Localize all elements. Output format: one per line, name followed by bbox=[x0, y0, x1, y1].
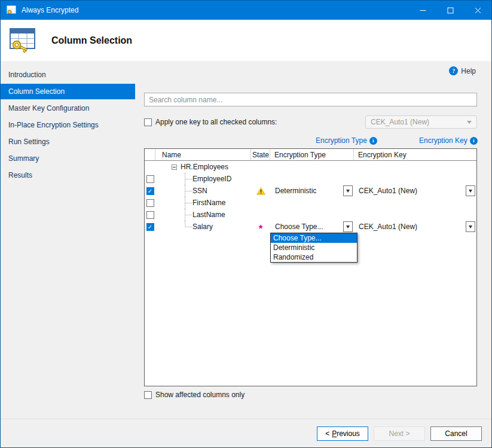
required-asterisk-icon: * bbox=[259, 226, 263, 232]
search-column-input[interactable] bbox=[144, 93, 477, 106]
sidebar-item-column-selection[interactable]: Column Selection bbox=[1, 84, 135, 99]
apply-key-value: CEK_Auto1 (New) bbox=[371, 118, 429, 126]
sidebar-item-introduction[interactable]: Introduction bbox=[1, 67, 135, 83]
encryption-key-dropdown-button[interactable] bbox=[466, 185, 475, 196]
header-state: State bbox=[251, 149, 270, 160]
encryption-type-dropdown-button[interactable] bbox=[343, 185, 353, 196]
window-title: Always Encrypted bbox=[22, 6, 78, 14]
warning-icon bbox=[256, 187, 265, 195]
column-name: FirstName bbox=[192, 199, 225, 207]
encryption-type-dropdown-button[interactable] bbox=[343, 221, 353, 232]
encryption-key-value: CEK_Auto1 (New) bbox=[359, 187, 417, 195]
encryption-type-link-label: Encryption Type bbox=[316, 136, 367, 145]
sidebar-item-run-settings[interactable]: Run Settings bbox=[1, 134, 135, 150]
row-checkbox[interactable] bbox=[146, 187, 154, 195]
encryption-key-dropdown-button[interactable] bbox=[466, 221, 475, 232]
encryption-key-value: CEK_Auto1 (New) bbox=[359, 223, 417, 231]
tree-line bbox=[185, 191, 192, 191]
encryption-key-link[interactable]: Encryption Key i bbox=[419, 136, 478, 145]
header-name: Name bbox=[155, 149, 251, 160]
header-encryption-key: Encryption Key bbox=[354, 149, 476, 160]
close-button[interactable] bbox=[464, 1, 491, 20]
help-icon: ? bbox=[449, 66, 458, 75]
column-selection-icon bbox=[8, 27, 37, 55]
next-button[interactable]: Next > bbox=[374, 426, 425, 441]
tree-line bbox=[185, 203, 192, 203]
tree-line bbox=[185, 179, 192, 179]
encryption-type-link[interactable]: Encryption Type i bbox=[316, 136, 377, 145]
columns-table: Name State Encryption Type Encryption Ke… bbox=[144, 148, 477, 386]
wizard-nav-sidebar: Introduction Column Selection Master Key… bbox=[1, 61, 135, 419]
always-encrypted-window: Always Encrypted bbox=[0, 0, 492, 448]
title-bar: Always Encrypted bbox=[1, 1, 491, 20]
help-link[interactable]: ? Help bbox=[449, 66, 476, 75]
apply-one-key-label: Apply one key to all checked columns: bbox=[155, 118, 277, 126]
header-checkbox-spacer bbox=[145, 149, 155, 160]
dropdown-option-deterministic[interactable]: Deterministic bbox=[271, 243, 357, 252]
maximize-button[interactable] bbox=[436, 1, 464, 20]
show-affected-columns-checkbox[interactable] bbox=[144, 391, 152, 399]
encryption-type-dropdown-menu: Choose Type... Deterministic Randomized bbox=[270, 233, 357, 263]
header-encryption-type: Encryption Type bbox=[270, 149, 354, 160]
dropdown-option-choose-type[interactable]: Choose Type... bbox=[271, 233, 357, 243]
cancel-button[interactable]: Cancel bbox=[430, 426, 482, 441]
info-icon[interactable]: i bbox=[369, 137, 377, 145]
row-checkbox[interactable] bbox=[146, 223, 154, 231]
apply-key-combobox[interactable]: CEK_Auto1 (New) bbox=[365, 115, 477, 129]
sidebar-item-results[interactable]: Results bbox=[1, 167, 135, 183]
app-icon bbox=[7, 5, 17, 15]
table-name: HR.Employees bbox=[181, 163, 228, 171]
table-row-firstname[interactable]: FirstName bbox=[145, 197, 476, 209]
dropdown-option-randomized[interactable]: Randomized bbox=[271, 252, 357, 262]
row-checkbox[interactable] bbox=[146, 175, 154, 183]
encryption-type-value: Deterministic bbox=[275, 187, 316, 195]
collapse-expander-icon[interactable] bbox=[172, 164, 177, 170]
sidebar-item-master-key-configuration[interactable]: Master Key Configuration bbox=[1, 100, 135, 116]
minimize-button[interactable] bbox=[409, 1, 436, 20]
tree-line bbox=[185, 227, 192, 227]
sidebar-item-summary[interactable]: Summary bbox=[1, 151, 135, 166]
column-name: Salary bbox=[192, 223, 213, 231]
page-title: Column Selection bbox=[51, 35, 132, 46]
column-name: LastName bbox=[192, 211, 225, 219]
table-row-group[interactable]: HR.Employees bbox=[145, 161, 476, 173]
table-row-employeeid[interactable]: EmployeeID bbox=[145, 173, 476, 185]
info-icon[interactable]: i bbox=[470, 137, 478, 145]
table-row-lastname[interactable]: LastName bbox=[145, 209, 476, 221]
help-label: Help bbox=[461, 67, 476, 75]
apply-one-key-checkbox[interactable] bbox=[144, 118, 152, 126]
previous-button[interactable]: <Previous bbox=[317, 426, 368, 441]
table-row-ssn[interactable]: SSN Deterministic CEK_ bbox=[145, 185, 476, 197]
tree-line bbox=[185, 215, 192, 215]
chevron-down-icon bbox=[467, 121, 472, 126]
table-row-salary[interactable]: Salary * Choose Type... CEK_Auto1 (New) bbox=[145, 221, 476, 233]
sidebar-item-in-place-encryption-settings[interactable]: In-Place Encryption Settings bbox=[1, 117, 135, 133]
wizard-header: Column Selection bbox=[1, 20, 491, 61]
column-name: SSN bbox=[192, 187, 207, 195]
tree-line bbox=[185, 221, 185, 227]
encryption-key-link-label: Encryption Key bbox=[419, 136, 467, 145]
footer-bar: <Previous Next > Cancel bbox=[1, 419, 491, 447]
show-affected-columns-label: Show affected columns only bbox=[155, 391, 245, 399]
main-content: ? Help Apply one key to all checked colu… bbox=[135, 61, 491, 419]
column-name: EmployeeID bbox=[192, 175, 231, 183]
table-header-row: Name State Encryption Type Encryption Ke… bbox=[145, 149, 476, 161]
row-checkbox[interactable] bbox=[146, 211, 154, 219]
row-checkbox[interactable] bbox=[146, 199, 154, 207]
encryption-type-value: Choose Type... bbox=[275, 223, 323, 231]
